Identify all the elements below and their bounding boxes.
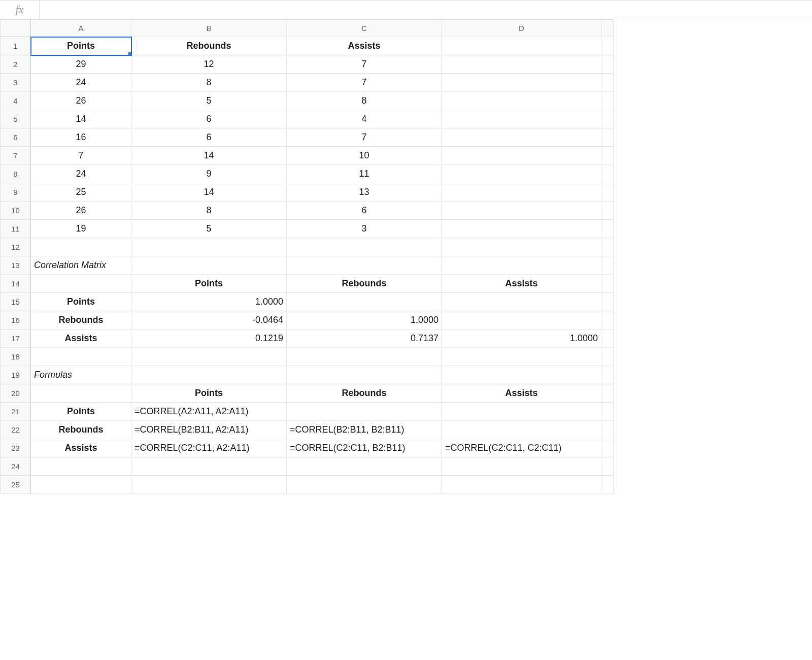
cell-C2[interactable]: 7 xyxy=(287,55,442,74)
row-header-23[interactable]: 23 xyxy=(1,439,31,457)
cell-E20[interactable] xyxy=(601,384,614,403)
cell-A3[interactable]: 24 xyxy=(31,74,131,92)
cell-A10[interactable]: 26 xyxy=(31,202,131,220)
cell-E9[interactable] xyxy=(601,183,614,202)
cell-B6[interactable]: 6 xyxy=(131,128,287,147)
cell-B19[interactable] xyxy=(131,366,287,384)
cell-C1[interactable]: Assists xyxy=(287,37,442,55)
cell-B8[interactable]: 9 xyxy=(131,165,287,183)
cell-B2[interactable]: 12 xyxy=(131,55,287,74)
cell-C25[interactable] xyxy=(287,476,442,494)
cell-D5[interactable] xyxy=(442,110,601,128)
cell-D14[interactable]: Assists xyxy=(442,275,601,293)
cell-E7[interactable] xyxy=(601,147,614,165)
cell-D15[interactable] xyxy=(442,293,601,311)
cell-B11[interactable]: 5 xyxy=(131,220,287,238)
cell-D6[interactable] xyxy=(442,128,601,147)
cell-A20[interactable] xyxy=(31,384,131,403)
cell-B17[interactable]: 0.1219 xyxy=(131,329,287,348)
cell-B12[interactable] xyxy=(131,238,287,256)
row-header-16[interactable]: 16 xyxy=(1,311,31,329)
cell-C10[interactable]: 6 xyxy=(287,202,442,220)
cell-E10[interactable] xyxy=(601,202,614,220)
cell-C6[interactable]: 7 xyxy=(287,128,442,147)
cell-E15[interactable] xyxy=(601,293,614,311)
cell-A23[interactable]: Assists xyxy=(31,439,131,457)
cell-D21[interactable] xyxy=(442,403,601,421)
fx-box[interactable]: fx xyxy=(0,1,40,19)
cell-E4[interactable] xyxy=(601,92,614,110)
cell-B21[interactable]: =CORREL(A2:A11, A2:A11) xyxy=(131,403,287,421)
cell-E17[interactable] xyxy=(601,329,614,348)
cell-A9[interactable]: 25 xyxy=(31,183,131,202)
cell-A13[interactable]: Correlation Matrix xyxy=(31,256,131,275)
cell-B7[interactable]: 14 xyxy=(131,147,287,165)
formula-input[interactable] xyxy=(40,1,812,19)
cell-D9[interactable] xyxy=(442,183,601,202)
cell-E3[interactable] xyxy=(601,74,614,92)
cell-B22[interactable]: =CORREL(B2:B11, A2:A11) xyxy=(131,421,287,439)
cell-A19[interactable]: Formulas xyxy=(31,366,131,384)
row-header-3[interactable]: 3 xyxy=(1,74,31,92)
row-header-10[interactable]: 10 xyxy=(1,202,31,220)
cell-B25[interactable] xyxy=(131,476,287,494)
cell-D1[interactable] xyxy=(442,37,601,55)
row-header-21[interactable]: 21 xyxy=(1,403,31,421)
cell-A11[interactable]: 19 xyxy=(31,220,131,238)
row-header-8[interactable]: 8 xyxy=(1,165,31,183)
cell-D4[interactable] xyxy=(442,92,601,110)
cell-D2[interactable] xyxy=(442,55,601,74)
row-header-24[interactable]: 24 xyxy=(1,457,31,476)
cell-B9[interactable]: 14 xyxy=(131,183,287,202)
cell-B15[interactable]: 1.0000 xyxy=(131,293,287,311)
row-header-15[interactable]: 15 xyxy=(1,293,31,311)
cell-B24[interactable] xyxy=(131,457,287,476)
cell-C11[interactable]: 3 xyxy=(287,220,442,238)
row-header-5[interactable]: 5 xyxy=(1,110,31,128)
row-header-9[interactable]: 9 xyxy=(1,183,31,202)
row-header-14[interactable]: 14 xyxy=(1,275,31,293)
row-header-11[interactable]: 11 xyxy=(1,220,31,238)
cell-C9[interactable]: 13 xyxy=(287,183,442,202)
cell-B20[interactable]: Points xyxy=(131,384,287,403)
cell-D25[interactable] xyxy=(442,476,601,494)
cell-E12[interactable] xyxy=(601,238,614,256)
cell-A4[interactable]: 26 xyxy=(31,92,131,110)
cell-D11[interactable] xyxy=(442,220,601,238)
cell-B5[interactable]: 6 xyxy=(131,110,287,128)
cell-A16[interactable]: Rebounds xyxy=(31,311,131,329)
row-header-13[interactable]: 13 xyxy=(1,256,31,275)
cell-D23[interactable]: =CORREL(C2:C11, C2:C11) xyxy=(442,439,601,457)
spreadsheet-grid[interactable]: ABCD 1PointsReboundsAssists2291273248742… xyxy=(0,19,614,494)
cell-A15[interactable]: Points xyxy=(31,293,131,311)
cell-E19[interactable] xyxy=(601,366,614,384)
column-header-C[interactable]: C xyxy=(287,20,442,37)
cell-C7[interactable]: 10 xyxy=(287,147,442,165)
cell-C16[interactable]: 1.0000 xyxy=(287,311,442,329)
cell-A5[interactable]: 14 xyxy=(31,110,131,128)
select-all-corner[interactable] xyxy=(1,20,31,37)
cell-D8[interactable] xyxy=(442,165,601,183)
cell-E25[interactable] xyxy=(601,476,614,494)
cell-E22[interactable] xyxy=(601,421,614,439)
cell-A7[interactable]: 7 xyxy=(31,147,131,165)
cell-D16[interactable] xyxy=(442,311,601,329)
column-header-A[interactable]: A xyxy=(31,20,131,37)
row-header-6[interactable]: 6 xyxy=(1,128,31,147)
cell-C15[interactable] xyxy=(287,293,442,311)
cell-A22[interactable]: Rebounds xyxy=(31,421,131,439)
cell-C18[interactable] xyxy=(287,348,442,366)
row-header-1[interactable]: 1 xyxy=(1,37,31,55)
cell-B23[interactable]: =CORREL(C2:C11, A2:A11) xyxy=(131,439,287,457)
cell-E23[interactable] xyxy=(601,439,614,457)
cell-E13[interactable] xyxy=(601,256,614,275)
cell-B4[interactable]: 5 xyxy=(131,92,287,110)
cell-A1[interactable]: Points xyxy=(31,37,131,55)
column-header-B[interactable]: B xyxy=(131,20,287,37)
row-header-22[interactable]: 22 xyxy=(1,421,31,439)
cell-C4[interactable]: 8 xyxy=(287,92,442,110)
row-header-20[interactable]: 20 xyxy=(1,384,31,403)
row-header-25[interactable]: 25 xyxy=(1,476,31,494)
row-header-4[interactable]: 4 xyxy=(1,92,31,110)
cell-A12[interactable] xyxy=(31,238,131,256)
